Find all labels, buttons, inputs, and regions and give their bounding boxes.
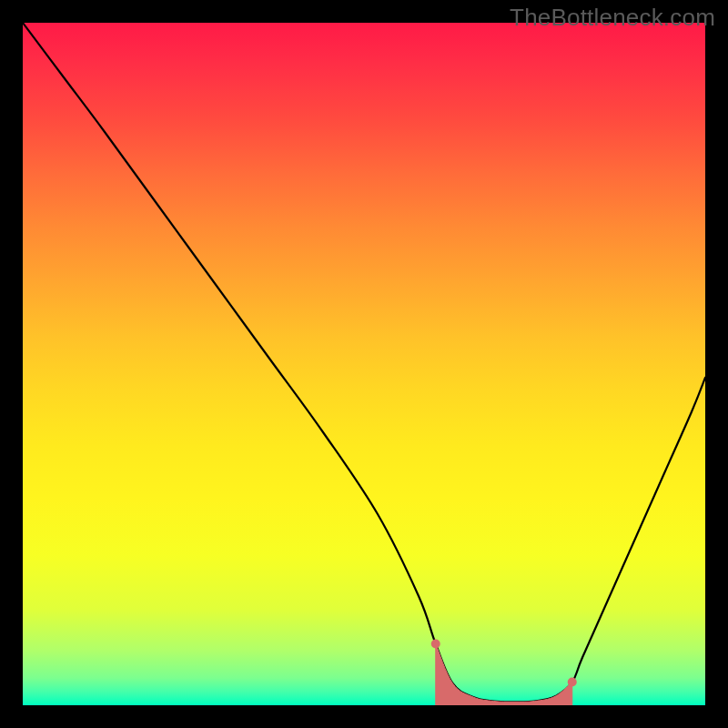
optimal-range-fill (436, 644, 572, 706)
optimal-marker-right (568, 678, 577, 687)
chart-container: TheBottleneck.com (0, 0, 728, 728)
optimal-marker-left (431, 640, 440, 649)
plot-area (23, 23, 705, 705)
watermark-label: TheBottleneck.com (510, 4, 715, 32)
curve-layer (23, 23, 705, 705)
bottleneck-curve (23, 23, 705, 702)
